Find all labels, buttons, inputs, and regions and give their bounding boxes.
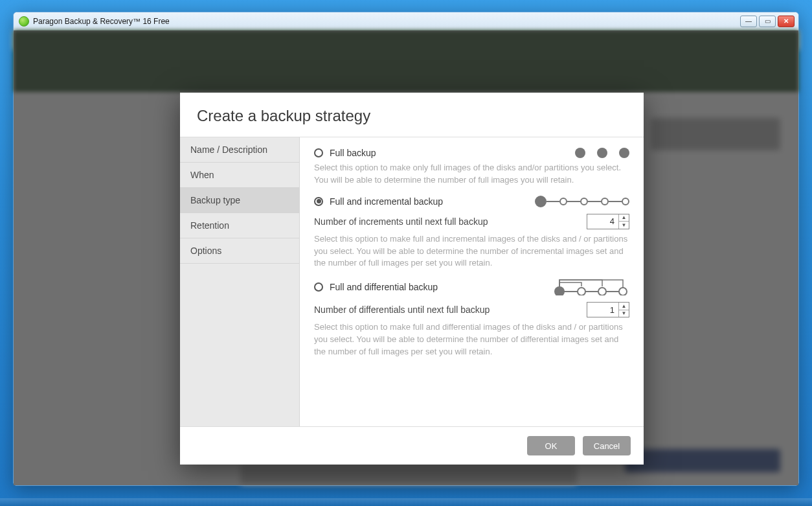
option-full-backup: Full backup Select this option to make o… — [314, 148, 629, 187]
dot-icon — [597, 148, 607, 158]
minimize-icon: — — [745, 17, 752, 25]
increments-spinner[interactable]: ▲ ▼ — [587, 214, 629, 229]
radio-icon — [314, 282, 323, 292]
dialog-content: Full backup Select this option to make o… — [300, 137, 644, 426]
dialog-footer: OK Cancel — [180, 427, 644, 465]
dot-icon — [559, 198, 567, 205]
differential-diagram — [552, 279, 629, 295]
maximize-button[interactable]: ▭ — [759, 16, 776, 27]
window-title: Paragon Backup & Recovery™ 16 Free — [33, 17, 170, 26]
ok-button[interactable]: OK — [527, 436, 575, 455]
full-backup-description: Select this option to make only full ima… — [314, 162, 629, 187]
increment-down-button[interactable]: ▼ — [619, 222, 629, 229]
dot-icon — [535, 196, 547, 207]
svg-point-3 — [598, 288, 606, 295]
titlebar: Paragon Backup & Recovery™ 16 Free — ▭ ✕ — [14, 12, 798, 30]
radio-label: Full and differential backup — [330, 282, 438, 292]
taskbar — [0, 498, 812, 506]
radio-label: Full backup — [330, 148, 376, 158]
differentials-input[interactable] — [587, 303, 618, 317]
app-area: Create a backup strategy Name / Descript… — [14, 30, 798, 485]
increments-count-label: Number of increments until next full bac… — [314, 216, 488, 227]
radio-label: Full and incremental backup — [330, 196, 443, 207]
radio-icon — [314, 148, 323, 157]
differential-description: Select this option to make full and diff… — [314, 321, 629, 358]
sidebar-item-name-description[interactable]: Name / Description — [180, 137, 299, 163]
differential-up-button[interactable]: ▲ — [619, 303, 629, 310]
dot-icon — [622, 198, 629, 205]
cancel-button[interactable]: Cancel — [583, 436, 631, 455]
backup-strategy-dialog: Create a backup strategy Name / Descript… — [180, 93, 644, 465]
dialog-title: Create a backup strategy — [180, 93, 644, 137]
sidebar-item-options[interactable]: Options — [180, 238, 299, 264]
sidebar-item-when[interactable]: When — [180, 163, 299, 188]
svg-point-2 — [578, 288, 585, 295]
dialog-sidebar: Name / Description When Backup type Rete… — [180, 137, 300, 426]
dot-icon — [575, 148, 585, 158]
close-button[interactable]: ✕ — [778, 16, 795, 27]
full-backup-diagram — [575, 148, 629, 158]
radio-full-backup[interactable]: Full backup — [314, 148, 376, 158]
app-icon — [19, 16, 29, 27]
increments-input[interactable] — [587, 214, 618, 229]
close-icon: ✕ — [784, 17, 789, 25]
svg-point-1 — [554, 286, 565, 295]
option-differential-backup: Full and differential backup — [314, 279, 629, 358]
increment-up-button[interactable]: ▲ — [619, 214, 629, 222]
window-controls: — ▭ ✕ — [740, 16, 795, 27]
dot-icon — [601, 198, 609, 205]
svg-point-4 — [619, 288, 627, 295]
radio-incremental-backup[interactable]: Full and incremental backup — [314, 196, 443, 207]
incremental-description: Select this option to make full and incr… — [314, 233, 629, 270]
app-window: Paragon Backup & Recovery™ 16 Free — ▭ ✕… — [13, 12, 799, 486]
radio-icon — [314, 197, 323, 206]
option-incremental-backup: Full and incremental backup — [314, 196, 629, 270]
differentials-count-label: Number of differentials until next full … — [314, 305, 490, 315]
differential-down-button[interactable]: ▼ — [619, 310, 629, 317]
maximize-icon: ▭ — [765, 17, 771, 25]
incremental-diagram — [535, 196, 629, 207]
dot-icon — [580, 198, 588, 205]
dot-icon — [619, 148, 629, 158]
differentials-spinner[interactable]: ▲ ▼ — [587, 302, 629, 317]
titlebar-left: Paragon Backup & Recovery™ 16 Free — [19, 16, 170, 27]
radio-differential-backup[interactable]: Full and differential backup — [314, 282, 438, 292]
sidebar-item-retention[interactable]: Retention — [180, 213, 299, 238]
minimize-button[interactable]: — — [740, 16, 757, 27]
dialog-body: Name / Description When Backup type Rete… — [180, 137, 644, 427]
sidebar-item-backup-type[interactable]: Backup type — [180, 188, 299, 213]
